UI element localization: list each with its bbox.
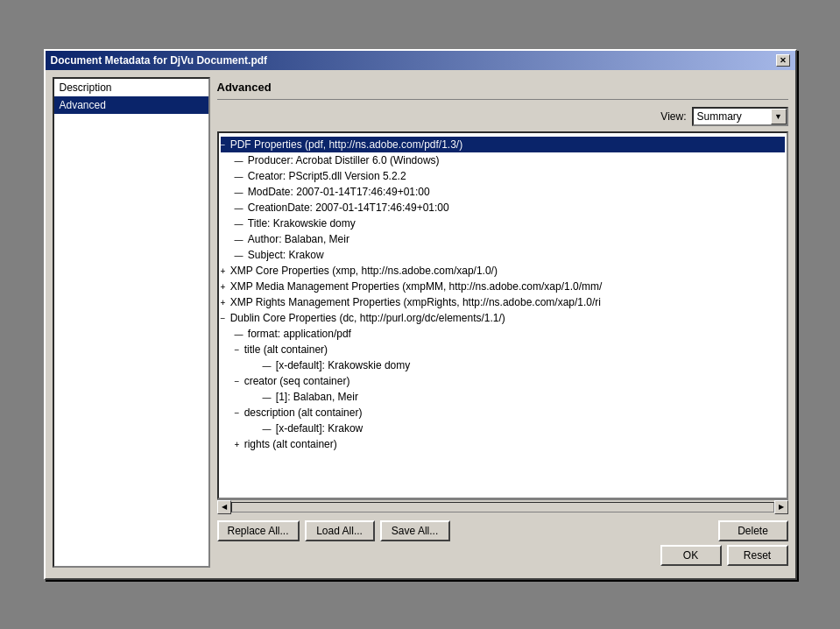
view-select[interactable]: Summary All: [692, 107, 788, 126]
tree-node-subject[interactable]: — Subject: Krakow: [221, 247, 785, 263]
branch-icon: —: [235, 170, 244, 183]
tree-node-label: Producer: Acrobat Distiller 6.0 (Windows…: [248, 152, 440, 168]
scrollbar-track[interactable]: [231, 502, 774, 512]
scroll-right-button[interactable]: ▶: [774, 500, 788, 514]
branch-icon: —: [235, 217, 244, 230]
tree-node-author[interactable]: — Author: Balaban, Meir: [221, 231, 785, 247]
title-bar: Document Metadata for DjVu Document.pdf …: [46, 51, 795, 70]
tree-node-xmp-core[interactable]: + XMP Core Properties (xmp, http://ns.ad…: [221, 263, 785, 279]
tree-node-description-container[interactable]: − description (alt container): [221, 405, 785, 421]
window-title: Document Metadata for DjVu Document.pdf: [51, 54, 268, 67]
tree-node-label: description (alt container): [244, 405, 363, 421]
branch-icon: —: [235, 154, 244, 167]
bottom-left-buttons: Replace All... Load All... Save All...: [217, 520, 450, 541]
tree-node-producer[interactable]: — Producer: Acrobat Distiller 6.0 (Windo…: [221, 152, 785, 168]
tree-node-label: format: application/pdf: [248, 326, 351, 342]
close-button[interactable]: ✕: [776, 54, 790, 67]
branch-icon: —: [263, 359, 272, 372]
tree-node-label: Subject: Krakow: [248, 247, 324, 263]
branch-icon: —: [235, 249, 244, 262]
minus-icon: −: [221, 138, 226, 152]
right-panel: Advanced View: Summary All ▼: [217, 77, 788, 571]
tree-node-rights-container[interactable]: + rights (alt container): [221, 436, 785, 452]
divider: [217, 99, 788, 100]
plus-icon: +: [221, 280, 226, 293]
horizontal-scrollbar[interactable]: ◀ ▶: [217, 499, 788, 513]
tree-node-label: ModDate: 2007-01-14T17:46:49+01:00: [248, 184, 430, 200]
tree-node-label: title (alt container): [244, 342, 328, 357]
tree-node-description-default[interactable]: — [x-default]: Krakow: [221, 421, 785, 436]
delete-button[interactable]: Delete: [718, 520, 788, 541]
minus-icon: −: [221, 312, 226, 325]
tree-node-label: CreationDate: 2007-01-14T17:46:49+01:00: [248, 200, 449, 216]
tree-node-pdf-properties[interactable]: − PDF Properties (pdf, http://ns.adobe.c…: [221, 137, 785, 152]
dialog-content: Description Advanced Advanced View: Summ…: [46, 70, 795, 578]
plus-icon: +: [235, 438, 240, 451]
tree-node-title[interactable]: — Title: Krakowskie domy: [221, 216, 785, 231]
tree-node-label: XMP Core Properties (xmp, http://ns.adob…: [230, 263, 498, 279]
save-all-button[interactable]: Save All...: [380, 520, 450, 541]
branch-icon: —: [263, 391, 272, 404]
main-window: Document Metadata for DjVu Document.pdf …: [44, 49, 797, 580]
view-select-wrapper: Summary All ▼: [692, 107, 788, 126]
branch-icon: —: [263, 422, 272, 435]
plus-icon: +: [221, 296, 226, 309]
minus-icon: −: [235, 343, 240, 357]
tree-node-label: Dublin Core Properties (dc, http://purl.…: [230, 310, 505, 326]
branch-icon: —: [235, 233, 244, 246]
bottom-right-buttons: Delete: [718, 520, 788, 541]
tree-node-creator-1[interactable]: — [1]: Balaban, Meir: [221, 389, 785, 405]
tree-node-label: Creator: PScript5.dll Version 5.2.2: [248, 168, 406, 184]
tree-node-moddate[interactable]: — ModDate: 2007-01-14T17:46:49+01:00: [221, 184, 785, 200]
left-panel: Description Advanced: [53, 77, 210, 568]
tree-node-creationdate[interactable]: — CreationDate: 2007-01-14T17:46:49+01:0…: [221, 200, 785, 216]
reset-button[interactable]: Reset: [727, 545, 788, 566]
replace-all-button[interactable]: Replace All...: [217, 520, 300, 541]
view-label: View:: [660, 110, 686, 123]
bottom-buttons-row: Replace All... Load All... Save All... D…: [217, 513, 788, 545]
tree-node-xmp-mm[interactable]: + XMP Media Management Properties (xmpMM…: [221, 279, 785, 294]
tree-node-label: Title: Krakowskie domy: [248, 216, 356, 231]
load-all-button[interactable]: Load All...: [305, 520, 375, 541]
branch-icon: —: [235, 201, 244, 215]
tree-node-label: XMP Media Management Properties (xmpMM, …: [230, 279, 603, 294]
panel-header: Advanced: [217, 77, 788, 99]
tree-node-label: PDF Properties (pdf, http://ns.adobe.com…: [230, 137, 462, 152]
ok-button[interactable]: OK: [660, 545, 722, 566]
minus-icon: −: [235, 375, 240, 388]
sidebar-item-advanced[interactable]: Advanced: [54, 96, 208, 114]
tree-node-creator-container[interactable]: − creator (seq container): [221, 373, 785, 389]
metadata-tree[interactable]: − PDF Properties (pdf, http://ns.adobe.c…: [217, 131, 788, 499]
tree-node-label: creator (seq container): [244, 373, 350, 389]
sidebar-item-description[interactable]: Description: [54, 79, 208, 96]
title-bar-buttons: ✕: [776, 54, 790, 67]
main-layout: Description Advanced Advanced View: Summ…: [53, 77, 788, 571]
ok-reset-row: OK Reset: [217, 545, 788, 571]
tree-node-label: [1]: Balaban, Meir: [276, 389, 358, 405]
scroll-left-button[interactable]: ◀: [217, 500, 231, 514]
tree-node-xmp-rights[interactable]: + XMP Rights Management Properties (xmpR…: [221, 294, 785, 310]
tree-node-title-container[interactable]: − title (alt container): [221, 342, 785, 357]
plus-icon: +: [221, 265, 226, 278]
tree-node-label: rights (alt container): [244, 436, 337, 452]
branch-icon: —: [235, 328, 244, 341]
tree-node-label: [x-default]: Krakow: [276, 421, 363, 436]
tree-node-label: Author: Balaban, Meir: [248, 231, 349, 247]
tree-node-dublin-core[interactable]: − Dublin Core Properties (dc, http://pur…: [221, 310, 785, 326]
tree-node-label: XMP Rights Management Properties (xmpRig…: [230, 294, 601, 310]
branch-icon: —: [235, 186, 244, 199]
view-row: View: Summary All ▼: [217, 107, 788, 126]
tree-node-title-default[interactable]: — [x-default]: Krakowskie domy: [221, 357, 785, 373]
tree-node-label: [x-default]: Krakowskie domy: [276, 357, 410, 373]
minus-icon: −: [235, 406, 240, 420]
tree-node-format[interactable]: — format: application/pdf: [221, 326, 785, 342]
tree-node-creator[interactable]: — Creator: PScript5.dll Version 5.2.2: [221, 168, 785, 184]
